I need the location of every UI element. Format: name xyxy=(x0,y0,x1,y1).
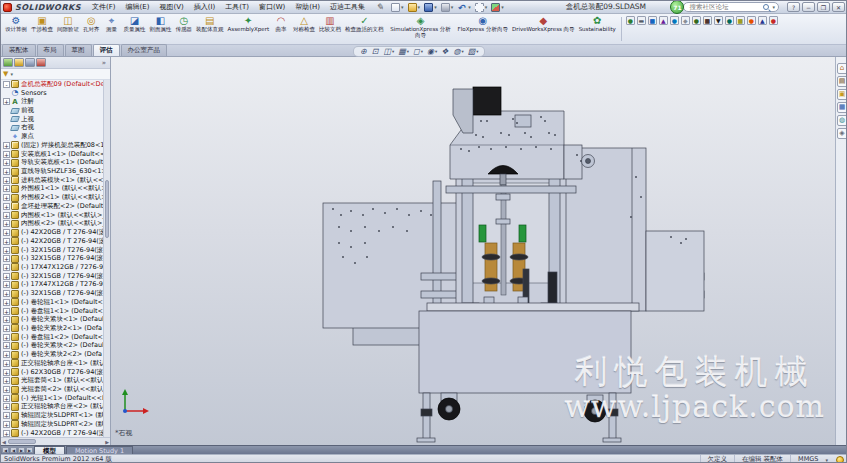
maidi-tool-icon[interactable]: ▼ xyxy=(714,16,723,25)
expand-icon[interactable]: + xyxy=(3,177,10,184)
tree-item[interactable]: 右视 xyxy=(1,124,103,133)
command-button[interactable]: ✦ AssemblyXpert xyxy=(226,14,272,44)
tab-scroll-button[interactable]: ▶ xyxy=(18,447,25,453)
maidi-tool-icon[interactable]: ● xyxy=(692,16,701,25)
expand-icon[interactable]: + xyxy=(3,185,10,192)
menu-item[interactable]: 视图(V) xyxy=(154,2,188,12)
expand-icon[interactable]: + xyxy=(3,342,10,349)
print-icon[interactable]: ▾ xyxy=(440,3,455,12)
expand-icon[interactable]: + xyxy=(3,377,10,384)
new-document-icon[interactable]: ▾ xyxy=(390,3,405,12)
command-button[interactable]: ◪ 质量属性 xyxy=(122,14,148,44)
view-palette-icon[interactable]: ▦ xyxy=(837,102,847,113)
tree-item[interactable]: + (-) 卷轮夹紧块2<2> (Defa xyxy=(1,350,103,359)
expand-icon[interactable]: + xyxy=(3,369,10,376)
expand-icon[interactable]: + xyxy=(3,247,10,254)
tree-vertical-scrollbar[interactable] xyxy=(103,80,110,437)
tree-item[interactable]: + (-) 62X30GB / T276-94(滚珠轴 xyxy=(1,368,103,377)
solidworks-resources-icon[interactable]: ⌂ xyxy=(837,63,847,74)
commandmanager-tab[interactable]: 装配体 xyxy=(2,44,36,56)
maidi-tool-icon[interactable]: ■ xyxy=(736,16,745,25)
maidi-tool-icon[interactable]: ◆ xyxy=(681,16,690,25)
tree-horizontal-scrollbar[interactable]: ◀▶ xyxy=(1,437,110,445)
view-tool-icon[interactable]: ⊕ xyxy=(360,47,368,56)
close-button[interactable]: ✕ xyxy=(832,2,845,12)
expand-icon[interactable]: + xyxy=(3,281,10,288)
view-tool-icon[interactable]: ⊡ xyxy=(372,47,380,56)
menu-item[interactable]: 迈迪工具集 xyxy=(325,2,370,12)
tree-item[interactable]: + 注解 xyxy=(1,97,103,106)
community-search[interactable]: 71 ▾ xyxy=(683,2,779,12)
expand-icon[interactable]: + xyxy=(3,151,10,158)
expand-icon[interactable]: + xyxy=(3,360,10,367)
command-button[interactable]: ◈ SimulationXpress 分析向导 xyxy=(386,14,456,44)
tree-item[interactable]: + (-) 32X15GB / T276-94(滚珠 xyxy=(1,289,103,298)
command-button[interactable]: ◉ FloXpress 分析向导 xyxy=(456,14,510,44)
tree-item[interactable]: + (-) 32X15GB / T276-94(滚珠 xyxy=(1,254,103,263)
view-tool-icon[interactable]: ◉▾ xyxy=(427,47,437,56)
tree-item[interactable]: + 内围板<2> (默认<<默认>_显 xyxy=(1,220,103,229)
command-button[interactable]: ⚙ 设计算例 xyxy=(3,14,29,44)
tree-item[interactable]: + (-) 42X20GB / T 276-94(滚珠 xyxy=(1,237,103,246)
expand-icon[interactable]: + xyxy=(3,168,10,175)
custom-properties-icon[interactable]: ◈ xyxy=(837,128,847,139)
command-button[interactable]: ▣ 干涉检查 xyxy=(29,14,55,44)
expand-icon[interactable]: + xyxy=(3,395,10,402)
view-tool-icon[interactable]: ▧▾ xyxy=(468,47,479,56)
tree-item[interactable]: + (-) 32X15GB / T276-94(滚珠 xyxy=(1,272,103,281)
expand-icon[interactable]: - xyxy=(3,81,10,88)
expand-icon[interactable]: + xyxy=(3,386,10,393)
tree-item[interactable]: + 轴辊固定块SLDPRT<1> (默认 xyxy=(1,411,103,420)
tree-item[interactable]: 上视 xyxy=(1,115,103,124)
expand-icon[interactable]: + xyxy=(3,334,10,341)
command-button[interactable]: ◎ 孔对齐 xyxy=(81,14,102,44)
tree-item[interactable]: + 内围板<1> (默认<<默认>_显 xyxy=(1,211,103,220)
maidi-tool-icon[interactable]: ● xyxy=(747,16,756,25)
tree-item[interactable]: + 正交辊轮轴承台座<1> (默认< xyxy=(1,359,103,368)
tree-item[interactable]: + (-) 光辊1<1> (Default<<D xyxy=(1,394,103,403)
open-icon[interactable]: ▾ xyxy=(407,3,422,12)
graphics-area[interactable]: *右视 利悦包装机械 www.ljpack.com xyxy=(111,57,835,445)
tree-item[interactable]: + (-) 卷轮夹紧块<1> (Default xyxy=(1,315,103,324)
tab-scroll-button[interactable]: ▶ xyxy=(26,447,33,453)
menu-item[interactable]: 编辑(E) xyxy=(121,2,155,12)
tab-scroll-button[interactable]: ◀ xyxy=(10,447,17,453)
tree-item[interactable]: + (-) 卷轮夹紧块<2> (Default xyxy=(1,342,103,351)
maidi-tool-icon[interactable]: ■ xyxy=(703,16,712,25)
view-tool-icon[interactable]: ❖ xyxy=(441,47,449,56)
menu-item[interactable]: 帮助(H) xyxy=(290,2,325,12)
panel-overflow-button[interactable]: » xyxy=(102,59,106,67)
file-explorer-icon[interactable]: ▣ xyxy=(837,89,847,100)
expand-icon[interactable]: + xyxy=(3,430,10,437)
tree-item[interactable]: 前视 xyxy=(1,106,103,115)
propertymanager-tab-icon[interactable] xyxy=(14,58,24,67)
expand-icon[interactable]: + xyxy=(3,316,10,323)
tree-item[interactable]: + 进料总装模块<1> (默认<<默 xyxy=(1,176,103,185)
expand-icon[interactable]: + xyxy=(3,351,10,358)
expand-icon[interactable]: + xyxy=(3,194,10,201)
expand-icon[interactable]: + xyxy=(3,290,10,297)
search-icon[interactable] xyxy=(763,4,769,10)
view-tool-icon[interactable]: ◫▾ xyxy=(383,47,394,56)
units-dropdown-arrow[interactable]: ▾ xyxy=(825,457,828,463)
maidi-tool-icon[interactable]: ■ xyxy=(648,16,657,25)
menu-item[interactable]: 窗口(W) xyxy=(254,2,290,12)
search-input[interactable] xyxy=(687,2,761,12)
tree-item[interactable]: + 光辊套筒<1> (默认<<默认>_ xyxy=(1,376,103,385)
configurationmanager-tab-icon[interactable] xyxy=(25,58,35,67)
appearances-icon[interactable]: ◍ xyxy=(837,115,847,126)
maidi-tool-icon[interactable]: ▲ xyxy=(659,16,668,25)
command-button[interactable]: ◠ 曲率 xyxy=(271,14,291,44)
command-button[interactable]: ◧ 剖面属性 xyxy=(148,14,174,44)
tree-item[interactable]: + (-) 17X47X12GB / 7276-94(滚 xyxy=(1,263,103,272)
restore-button[interactable]: ❐ xyxy=(817,2,830,12)
tree-item[interactable]: + (-) 32X15GB / T276-94(滚珠 xyxy=(1,246,103,255)
expand-icon[interactable]: + xyxy=(3,264,10,271)
expand-icon[interactable]: + xyxy=(3,203,10,210)
command-button[interactable]: ⌖ 测量 xyxy=(102,14,122,44)
commandmanager-tab[interactable]: 布局 xyxy=(37,44,64,56)
menu-item[interactable]: 插入(I) xyxy=(189,2,221,12)
expand-icon[interactable]: + xyxy=(3,308,10,315)
command-button[interactable]: ▤ 装配体直观 xyxy=(194,14,226,44)
command-button[interactable]: ✓ 检查激活的文档 xyxy=(343,14,386,44)
